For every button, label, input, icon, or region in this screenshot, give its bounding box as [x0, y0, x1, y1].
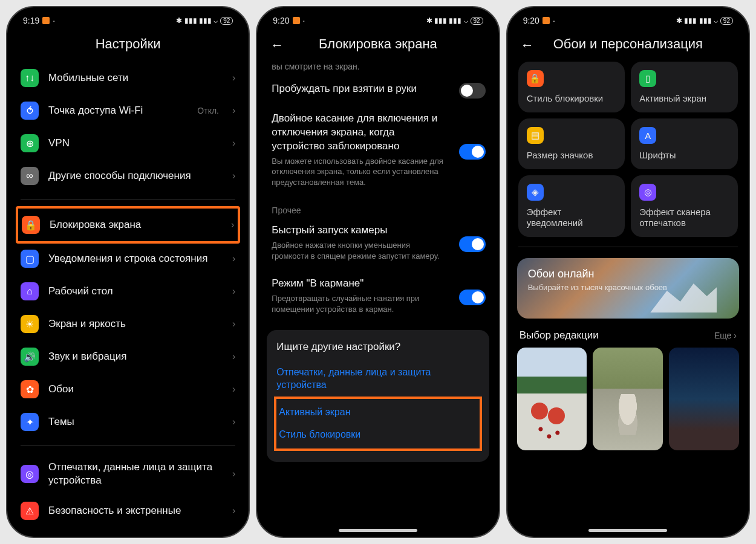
status-badge-icon	[42, 17, 50, 24]
page-title: ← Обои и персонализация	[507, 30, 749, 62]
row-label: Точка доступа Wi-Fi	[48, 104, 187, 117]
card-label: Стиль блокировки	[527, 93, 617, 104]
settings-row[interactable]: ⥀ Точка доступа Wi-Fi Откл. ›	[17, 94, 239, 127]
status-icons: ✱ ▮▮▮ ▮▮▮ ⌵ 92	[676, 16, 733, 25]
statusbar: 9:20· ✱ ▮▮▮ ▮▮▮ ⌵ 92	[257, 7, 498, 30]
personalization-card[interactable]: ◎ Эффект сканера отпечатков	[631, 175, 738, 237]
chevron-right-icon: ›	[232, 384, 235, 395]
statusbar: 9:19· ✱ ▮▮▮ ▮▮▮ ⌵ 92	[7, 7, 249, 30]
settings-row[interactable]: ⊕ VPN ›	[17, 127, 239, 160]
card-label: Шрифты	[639, 150, 729, 161]
statusbar: 9:20· ✱ ▮▮▮ ▮▮▮ ⌵ 92	[507, 7, 749, 30]
chevron-right-icon: ›	[232, 286, 235, 297]
settings-row[interactable]: ✦ Темы ›	[17, 406, 239, 438]
settings-row[interactable]: ☀ Экран и яркость ›	[17, 308, 239, 340]
wallpaper-thumb[interactable]	[517, 348, 587, 450]
chevron-right-icon: ›	[232, 105, 235, 116]
row-icon: ↑↓	[21, 69, 39, 87]
settings-row[interactable]: ◎ Отпечатки, данные лица и защита устрой…	[17, 453, 239, 494]
row-label: Темы	[48, 415, 223, 429]
clock: 9:19	[23, 16, 39, 25]
row-icon: ☀	[21, 315, 39, 333]
home-indicator[interactable]	[588, 529, 667, 532]
row-label: Экран и яркость	[48, 317, 223, 331]
phone-lockscreen: 9:20· ✱ ▮▮▮ ▮▮▮ ⌵ 92 ← Блокировка экрана…	[256, 6, 500, 538]
phone-settings: 9:19· ✱ ▮▮▮ ▮▮▮ ⌵ 92 Настройки ↑↓ Мобиль…	[6, 6, 250, 538]
status-icons: ✱ ▮▮▮ ▮▮▮ ⌵ 92	[176, 16, 233, 25]
chevron-right-icon: ›	[232, 468, 235, 479]
phone-wallpaper: 9:20· ✱ ▮▮▮ ▮▮▮ ⌵ 92 ← Обои и персонализ…	[506, 6, 750, 538]
toggle[interactable]	[459, 236, 486, 252]
chevron-right-icon: ›	[232, 319, 235, 329]
link-always-on[interactable]: Активный экран	[279, 401, 477, 424]
more-link[interactable]: Еще ›	[714, 331, 737, 340]
row-icon: ⌂	[21, 282, 39, 300]
personalization-card[interactable]: ◈ Эффект уведомлений	[518, 175, 625, 237]
link-lock-style[interactable]: Стиль блокировки	[279, 424, 477, 446]
row-icon: 🔊	[21, 348, 39, 366]
row-icon: ⊕	[21, 134, 39, 152]
toggle[interactable]	[459, 144, 486, 160]
divider	[518, 247, 738, 247]
back-icon[interactable]: ←	[270, 37, 284, 53]
card-icon: ▯	[639, 70, 656, 87]
chevron-right-icon: ›	[232, 170, 235, 181]
status-badge-icon	[543, 17, 550, 24]
card-label: Активный экран	[639, 93, 729, 104]
row-icon: ✿	[21, 380, 39, 398]
wallpaper-thumbnails	[517, 348, 739, 450]
row-icon: ⚠	[21, 502, 39, 520]
divider	[21, 445, 235, 446]
setting-raise-to-wake[interactable]: Пробуждать при взятии в руки	[267, 76, 489, 106]
back-icon[interactable]: ←	[521, 37, 534, 53]
chevron-right-icon: ›	[232, 253, 235, 264]
personalization-card[interactable]: ▤ Размер значков	[518, 118, 625, 169]
row-label: Звук и вибрация	[48, 350, 223, 363]
settings-row[interactable]: 🔒 Блокировка экрана ›	[16, 206, 240, 244]
settings-row[interactable]: ✿ Обои ›	[17, 373, 239, 406]
online-wallpaper-banner[interactable]: Обои онлайн Выбирайте из тысяч красочных…	[517, 258, 739, 319]
divider	[21, 199, 235, 200]
row-label: Безопасность и экстренные	[48, 504, 223, 517]
settings-row[interactable]: ⚠ Безопасность и экстренные ›	[17, 494, 239, 527]
settings-list[interactable]: ↑↓ Мобильные сети › ⥀ Точка доступа Wi-F…	[7, 62, 249, 537]
chevron-right-icon: ›	[232, 351, 235, 362]
row-icon: ▢	[21, 250, 39, 268]
row-label: Уведомления и строка состояния	[48, 252, 223, 265]
toggle[interactable]	[459, 83, 486, 99]
setting-pocket-mode[interactable]: Режим "В кармане" Предотвращать случайны…	[267, 271, 489, 324]
row-label: Мобильные сети	[48, 71, 223, 85]
page-title: ← Блокировка экрана	[257, 30, 498, 62]
setting-camera-launch[interactable]: Быстрый запуск камеры Двойное нажатие кн…	[267, 218, 489, 271]
row-icon: ◎	[21, 465, 39, 483]
settings-row[interactable]: ⌂ Рабочий стол ›	[17, 275, 239, 308]
setting-double-tap[interactable]: Двойное касание для включения и отключен…	[267, 106, 489, 197]
status-badge-icon	[293, 17, 300, 24]
personalization-card[interactable]: ▯ Активный экран	[631, 62, 738, 112]
page-title: Настройки	[7, 30, 249, 62]
toggle[interactable]	[459, 290, 486, 305]
wallpaper-thumb[interactable]	[593, 348, 663, 450]
section-label: Прочее	[267, 197, 489, 218]
settings-row[interactable]: ∞ Другие способы подключения ›	[17, 160, 239, 192]
home-indicator[interactable]	[339, 529, 417, 532]
card-icon: A	[639, 127, 656, 144]
card-icon: ◎	[639, 184, 656, 201]
row-label: VPN	[48, 137, 223, 150]
card-label: Эффект уведомлений	[527, 207, 617, 228]
clock: 9:20	[523, 16, 539, 25]
other-settings-card: Ищите другие настройки? Отпечатки, данны…	[267, 330, 489, 461]
row-label: Отпечатки, данные лица и защита устройст…	[48, 461, 223, 487]
row-icon: ⥀	[21, 102, 39, 120]
card-icon: ▤	[527, 127, 544, 144]
chevron-right-icon: ›	[232, 73, 235, 83]
row-icon: 🔒	[22, 216, 40, 234]
row-label: Блокировка экрана	[50, 218, 221, 232]
settings-row[interactable]: ▢ Уведомления и строка состояния ›	[17, 242, 239, 275]
personalization-card[interactable]: A Шрифты	[631, 118, 738, 169]
wallpaper-thumb[interactable]	[669, 348, 739, 450]
link-fingerprint[interactable]: Отпечатки, данные лица и защита устройст…	[276, 361, 479, 397]
settings-row[interactable]: 🔊 Звук и вибрация ›	[17, 340, 239, 373]
personalization-card[interactable]: 🔒 Стиль блокировки	[518, 62, 625, 112]
settings-row[interactable]: ↑↓ Мобильные сети ›	[17, 62, 239, 94]
